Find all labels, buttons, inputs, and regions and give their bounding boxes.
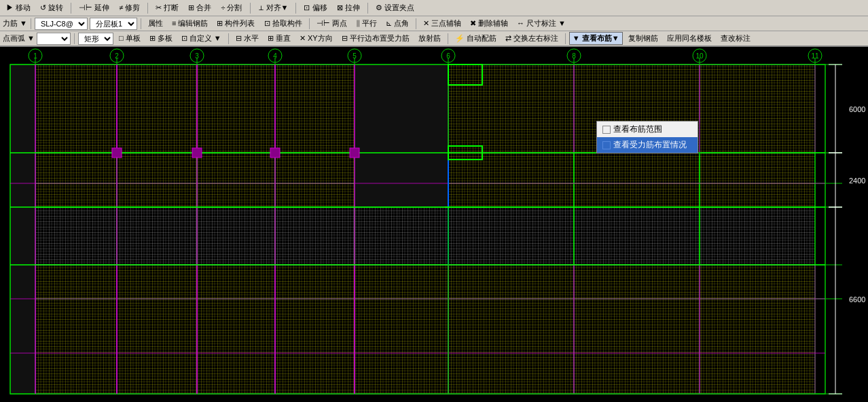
component-list-btn[interactable]: ⊞ 构件列表 xyxy=(213,17,258,30)
svg-rect-97 xyxy=(355,265,448,394)
point-angle-btn[interactable]: ⊾ 点角 xyxy=(382,17,412,30)
check-annotation-btn[interactable]: 查改标注 xyxy=(717,32,754,45)
svg-rect-136 xyxy=(192,148,202,158)
parallel-btn[interactable]: ∥ 平行 xyxy=(352,17,380,30)
svg-text:6600: 6600 xyxy=(849,295,865,304)
sep9 xyxy=(416,18,416,29)
svg-rect-138 xyxy=(350,148,359,158)
svg-rect-60 xyxy=(117,153,197,207)
svg-rect-93 xyxy=(197,265,275,394)
svg-rect-85 xyxy=(574,207,700,265)
svg-rect-135 xyxy=(112,148,122,158)
svg-rect-87 xyxy=(700,207,815,265)
extend-btn[interactable]: ⊣⊢ 延伸 xyxy=(75,1,113,14)
trim-btn[interactable]: ≠ 修剪 xyxy=(115,1,143,14)
radial-rebar-btn[interactable]: 放射筋 xyxy=(415,32,444,45)
move-btn[interactable]: ▶ 移动 xyxy=(3,1,34,14)
xy-dir-btn[interactable]: ✕ XY方向 xyxy=(296,32,336,45)
svg-text:5: 5 xyxy=(352,52,357,60)
svg-rect-71 xyxy=(700,153,815,207)
sep2 xyxy=(147,3,148,14)
svg-rect-66 xyxy=(355,153,448,207)
align-btn[interactable]: ⊥ 对齐▼ xyxy=(255,1,292,14)
svg-rect-51 xyxy=(355,65,448,153)
property-btn[interactable]: 属性 xyxy=(145,17,166,30)
single-board-btn[interactable]: □ 单板 xyxy=(115,32,144,45)
svg-rect-89 xyxy=(35,265,117,394)
vertical-btn[interactable]: ⊞ 垂直 xyxy=(264,32,294,45)
dimension-btn[interactable]: ↔ 尺寸标注 ▼ xyxy=(513,17,569,30)
context-menu: 查看布筋范围 查看受力筋布置情况 xyxy=(596,121,698,153)
sep8 xyxy=(309,18,310,29)
svg-rect-103 xyxy=(700,265,815,394)
sep7 xyxy=(141,18,141,29)
auto-rebar-btn[interactable]: ⚡ 自动配筋 xyxy=(452,32,500,45)
layer-dropdown[interactable]: 分层板1 xyxy=(90,18,137,30)
pick-component-btn[interactable]: ⊡ 拾取构件 xyxy=(261,17,306,30)
offset-btn[interactable]: ⊡ 偏移 xyxy=(300,1,330,14)
svg-text:6: 6 xyxy=(446,52,450,60)
svg-rect-79 xyxy=(275,207,355,265)
svg-rect-83 xyxy=(448,207,574,265)
svg-text:3: 3 xyxy=(195,52,199,60)
view-rebar-placement-item[interactable]: 查看受力筋布置情况 xyxy=(597,137,698,153)
svg-rect-67 xyxy=(448,153,574,207)
toolbar-row3: 点画弧 ▼ 矩形 □ 单板 ⊞ 多板 ⊡ 自定义 ▼ ⊟ 水平 ⊞ 垂直 ✕ X… xyxy=(0,31,868,46)
parallel-edge-btn[interactable]: ⊟ 平行边布置受力筋 xyxy=(338,32,413,45)
copy-rebar-btn[interactable]: 复制钢筋 xyxy=(625,32,662,45)
edit-rebar-btn[interactable]: ≡ 编辑钢筋 xyxy=(168,17,211,30)
sep3 xyxy=(250,3,251,14)
cad-drawing: 1 2 3 4 5 6 8 10 11 xyxy=(0,48,868,402)
stretch-btn[interactable]: ⊠ 拉伸 xyxy=(333,1,363,14)
svg-rect-43 xyxy=(35,65,117,153)
sep6 xyxy=(31,18,31,29)
custom-btn[interactable]: ⊡ 自定义 ▼ xyxy=(178,32,225,45)
view-rebar-range-item[interactable]: 查看布筋范围 xyxy=(597,122,698,137)
view-rebar-range-label: 查看布筋范围 xyxy=(613,124,662,135)
svg-rect-137 xyxy=(270,148,280,158)
svg-text:2400: 2400 xyxy=(849,177,865,185)
svg-text:2: 2 xyxy=(115,52,119,60)
sep1 xyxy=(71,3,71,14)
svg-rect-64 xyxy=(275,153,355,207)
svg-rect-56 xyxy=(700,65,815,153)
apply-same-slab-btn[interactable]: 应用同名楼板 xyxy=(664,32,715,45)
arc-dropdown[interactable] xyxy=(37,33,71,45)
svg-rect-69 xyxy=(574,153,700,207)
svg-rect-75 xyxy=(117,207,197,265)
rebar-type-dropdown[interactable]: SLJ-C8@ xyxy=(35,18,88,30)
grip-btn[interactable]: ⚙ 设置夹点 xyxy=(372,1,418,14)
label-arc: 点画弧 ▼ xyxy=(3,33,35,43)
view-rebar-btn[interactable]: ▼ 查看布筋▼ xyxy=(569,32,623,45)
label-force-bar: 力筋 ▼ xyxy=(3,18,27,29)
svg-rect-47 xyxy=(197,65,275,153)
svg-rect-101 xyxy=(574,265,700,394)
svg-rect-62 xyxy=(197,153,275,207)
split-btn[interactable]: ÷ 分割 xyxy=(217,1,245,14)
sep4 xyxy=(295,3,296,14)
swap-annotation-btn[interactable]: ⇄ 交换左右标注 xyxy=(502,32,562,45)
sep13 xyxy=(565,33,566,44)
svg-rect-73 xyxy=(35,207,117,265)
shape-dropdown[interactable]: 矩形 xyxy=(78,33,113,45)
svg-rect-105 xyxy=(10,65,35,394)
sep12 xyxy=(448,33,448,44)
svg-text:8: 8 xyxy=(572,52,576,60)
three-point-btn[interactable]: ✕ 三点辅轴 xyxy=(420,17,465,30)
two-point-btn[interactable]: ⊣⊢ 两点 xyxy=(313,17,350,30)
cad-canvas-area[interactable]: 1 2 3 4 5 6 8 10 11 xyxy=(0,48,868,402)
delete-aux-btn[interactable]: ✖ 删除辅轴 xyxy=(467,17,511,30)
multi-board-btn[interactable]: ⊞ 多板 xyxy=(146,32,176,45)
break-btn[interactable]: ✂ 打断 xyxy=(152,1,182,14)
toolbar-row2: 力筋 ▼ SLJ-C8@ 分层板1 属性 ≡ 编辑钢筋 ⊞ 构件列表 ⊡ 拾取构… xyxy=(0,16,868,31)
svg-rect-91 xyxy=(117,265,197,394)
svg-rect-49 xyxy=(275,65,355,153)
sep11 xyxy=(228,33,229,44)
merge-btn[interactable]: ⊞ 合并 xyxy=(185,1,215,14)
rebar-icon xyxy=(602,141,611,149)
svg-text:4: 4 xyxy=(273,52,277,60)
svg-text:11: 11 xyxy=(811,52,819,60)
rotate-btn[interactable]: ↺ 旋转 xyxy=(37,1,67,14)
svg-rect-52 xyxy=(448,65,574,153)
horizontal-btn[interactable]: ⊟ 水平 xyxy=(232,32,262,45)
